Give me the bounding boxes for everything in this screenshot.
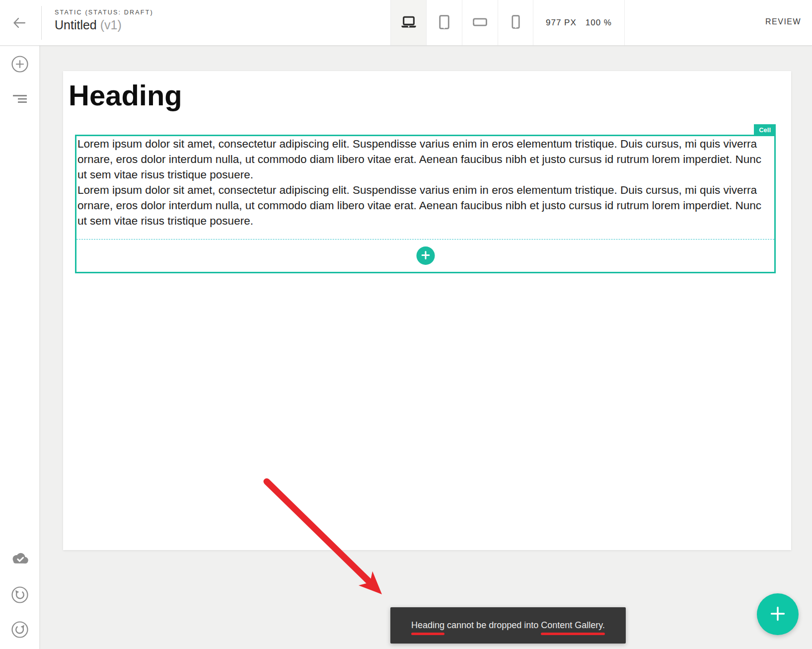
tablet-landscape-preview-button[interactable] xyxy=(462,0,498,45)
back-button[interactable] xyxy=(10,14,29,33)
left-tool-rail xyxy=(0,46,40,649)
add-content-button[interactable] xyxy=(416,246,435,265)
saved-status-button[interactable] xyxy=(11,550,29,568)
header-divider xyxy=(41,6,42,40)
phone-icon xyxy=(511,14,521,31)
canvas-page[interactable]: Heading Cell Lorem ipsum dolor sit amet,… xyxy=(63,71,791,550)
page-heading[interactable]: Heading xyxy=(69,78,182,113)
tooltip-heading-term: Heading xyxy=(411,620,444,630)
tooltip-gallery-term: Content Gallery. xyxy=(541,620,605,630)
drop-error-tooltip: Heading cannot be dropped into Content G… xyxy=(390,607,626,644)
document-title: Untitled (v1) xyxy=(55,18,153,32)
device-preview-toolbar xyxy=(390,0,533,45)
back-arrow-icon xyxy=(12,17,26,30)
zoom-level-value[interactable]: 100 % xyxy=(586,18,612,28)
drop-indicator-line xyxy=(76,239,774,240)
laptop-icon xyxy=(400,15,417,30)
add-new-element-fab[interactable] xyxy=(757,593,799,635)
redo-button[interactable] xyxy=(11,621,29,639)
document-name: Untitled xyxy=(55,18,97,32)
tablet-portrait-icon xyxy=(438,14,450,31)
undo-button[interactable] xyxy=(11,586,29,604)
redo-icon xyxy=(11,621,29,640)
cell-tag-badge: Cell xyxy=(754,124,776,136)
document-title-block: STATIC (STATUS: DRAFT) Untitled (v1) xyxy=(55,9,153,32)
document-status: STATIC (STATUS: DRAFT) xyxy=(55,9,153,16)
add-element-button[interactable] xyxy=(11,56,29,74)
document-version: (v1) xyxy=(100,18,122,32)
viewport-info: 977 PX 100 % xyxy=(533,0,625,45)
plus-circle-icon xyxy=(11,55,29,75)
review-button[interactable]: REVIEW xyxy=(765,17,801,26)
outline-panel-button[interactable] xyxy=(11,90,29,108)
phone-preview-button[interactable] xyxy=(498,0,533,45)
paragraph-block[interactable]: Lorem ipsum dolor sit amet, consectetur … xyxy=(77,182,773,229)
layout-editor-app: { "header": { "status_label": "STATIC (S… xyxy=(0,0,812,649)
selected-cell[interactable]: Cell Lorem ipsum dolor sit amet, consect… xyxy=(75,135,776,273)
tooltip-message-text: cannot be dropped into xyxy=(444,620,541,630)
top-toolbar: STATIC (STATUS: DRAFT) Untitled (v1) xyxy=(0,0,812,46)
undo-icon xyxy=(11,586,29,605)
cell-content: Lorem ipsum dolor sit amet, consectetur … xyxy=(76,136,774,229)
plus-icon xyxy=(421,251,430,261)
tablet-portrait-preview-button[interactable] xyxy=(426,0,462,45)
paragraph-block[interactable]: Lorem ipsum dolor sit amet, consectetur … xyxy=(77,136,773,182)
cloud-check-icon xyxy=(10,552,29,567)
desktop-preview-button[interactable] xyxy=(390,0,426,45)
tablet-landscape-icon xyxy=(472,17,488,29)
outline-list-icon xyxy=(12,93,27,106)
plus-icon xyxy=(769,605,786,624)
breakpoint-width-value: 977 PX xyxy=(546,18,577,28)
